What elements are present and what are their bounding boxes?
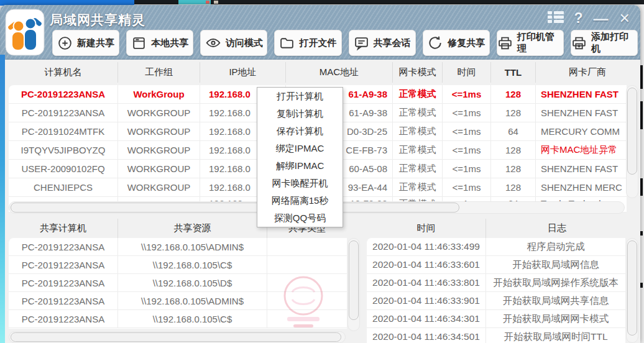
window-left-accent: [0, 55, 5, 343]
column-header-log-message[interactable]: 日志: [486, 219, 628, 238]
view-list-icon[interactable]: [548, 11, 564, 26]
refresh-icon: [427, 35, 443, 51]
column-header-time[interactable]: 时间: [443, 62, 491, 83]
menu-item-unbind-ipmac[interactable]: 解绑IPMAC: [257, 157, 343, 175]
access-mode-button[interactable]: 访问模式: [200, 30, 267, 56]
context-menu: 打开计算机 复制计算机 保存计算机 绑定IPMAC 解绑IPMAC 网卡唤醒开机…: [257, 87, 343, 227]
column-header-computer-name[interactable]: 计算机名: [9, 62, 118, 83]
column-header-workgroup[interactable]: 工作组: [118, 62, 200, 83]
titlebar: 局域网共享精灵 ? — ✕: [0, 5, 640, 60]
eye-icon: [205, 35, 221, 51]
vendor-alert-text: 网卡MAC地址异常: [536, 141, 627, 159]
shares-vscrollbar-thumb[interactable]: [349, 240, 359, 320]
chat-icon: [354, 35, 369, 51]
column-header-nic-mode[interactable]: 网卡模式: [393, 62, 443, 83]
repair-share-button[interactable]: 修复共享: [423, 30, 490, 56]
log-table-header: 时间 日志: [367, 219, 628, 238]
add-printer-button[interactable]: 添加打印机: [571, 30, 638, 56]
background-strip-dark: [134, 0, 644, 4]
window-title: 局域网共享精灵: [50, 11, 145, 29]
help-icon[interactable]: ?: [574, 10, 583, 27]
printer-manage-button[interactable]: 打印机管理: [497, 30, 564, 56]
log-row[interactable]: 2020-01-04 11:46:33:801 开始获取局域网操作系统版本: [367, 274, 625, 292]
menu-item-open-computer[interactable]: 打开计算机: [257, 88, 343, 105]
menu-item-bind-ipmac[interactable]: 绑定IPMAC: [257, 140, 343, 157]
menu-item-isolate-15s[interactable]: 网络隔离15秒: [257, 192, 343, 209]
computers-hscrollbar-thumb[interactable]: [11, 203, 459, 213]
menu-item-save-computer[interactable]: 保存计算机: [257, 122, 343, 140]
menu-item-wake-on-lan[interactable]: 网卡唤醒开机: [257, 175, 343, 192]
local-share-button[interactable]: 本地共享: [126, 30, 193, 56]
window-controls: ? — ✕: [548, 10, 631, 27]
screen: 局域网共享精灵 ? — ✕: [0, 0, 644, 343]
app-logo-icon: [5, 9, 45, 56]
local-share-icon: [131, 35, 147, 51]
column-header-share-resource[interactable]: 共享资源: [118, 219, 267, 238]
toolbar: 新建共享 本地共享 访问模式: [52, 30, 638, 56]
log-table: 2020-01-04 11:46:33:499 程序启动完成 2020-01-0…: [367, 238, 625, 343]
log-row[interactable]: 2020-01-04 11:46:33:601 开始获取局域网信息: [367, 256, 625, 274]
computers-vscrollbar-thumb[interactable]: [627, 88, 637, 175]
folder-icon: [279, 35, 295, 51]
menu-item-detect-qq[interactable]: 探测QQ号码: [257, 209, 343, 227]
column-header-share-computer[interactable]: 共享计算机: [9, 219, 118, 238]
new-share-button[interactable]: 新建共享: [52, 30, 119, 56]
share-session-button[interactable]: 共享会话: [349, 30, 416, 56]
log-row[interactable]: 2020-01-04 11:46:34:301 开始获取局域网网卡模式: [367, 310, 625, 328]
log-vscrollbar-thumb[interactable]: [627, 240, 637, 336]
column-header-mac[interactable]: MAC地址: [286, 62, 393, 83]
printer-plus-icon: [571, 35, 587, 51]
watermark-stamp: [269, 265, 338, 334]
open-file-button[interactable]: 打开文件: [274, 30, 341, 56]
column-header-ttl[interactable]: TTL: [491, 62, 536, 83]
plus-circle-icon: [57, 35, 73, 51]
printer-icon: [497, 35, 513, 51]
column-header-vendor[interactable]: 网卡厂商: [536, 62, 639, 83]
background-dot: [206, 1, 209, 4]
menu-item-copy-computer[interactable]: 复制计算机: [257, 105, 343, 122]
background-dot: [214, 1, 218, 4]
minimize-icon[interactable]: —: [594, 13, 609, 24]
share-row[interactable]: PC-20191223ANSA \\192.168.0.105\ADMIN$: [9, 238, 347, 256]
app-window: 局域网共享精灵 ? — ✕: [0, 5, 640, 343]
column-header-log-time[interactable]: 时间: [367, 219, 486, 238]
computers-table-header: 计算机名 工作组 IP地址 MAC地址 网卡模式 时间 TTL 网卡厂商: [9, 62, 639, 83]
close-icon[interactable]: ✕: [619, 11, 630, 27]
column-header-ip[interactable]: IP地址: [200, 62, 286, 83]
log-row[interactable]: 2020-01-04 11:46:33:901 开始获取局域网共享信息: [367, 292, 625, 310]
log-row-partial[interactable]: 2020-01-04 11:46:34:501 开始获取局域网时间TTL: [367, 328, 625, 343]
log-row[interactable]: 2020-01-04 11:46:33:499 程序启动完成: [367, 238, 625, 256]
